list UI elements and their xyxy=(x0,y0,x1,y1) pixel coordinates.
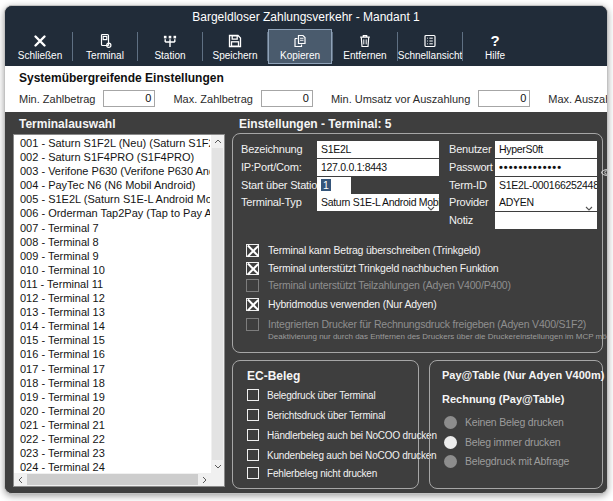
list-item[interactable]: 024 - Terminal 24 xyxy=(15,460,210,472)
provider-select[interactable]: ADYEN xyxy=(495,194,597,211)
ip-port-input[interactable]: 127.0.0.1:8443 xyxy=(317,159,439,176)
beleg-immer-label: Beleg immer drucken xyxy=(465,436,560,449)
list-item[interactable]: 006 - Orderman Tap2Pay (Tap to Pay Andro… xyxy=(15,206,210,220)
scroll-down-icon[interactable] xyxy=(211,460,224,473)
list-item[interactable]: 023 - Terminal 23 xyxy=(15,446,210,460)
main-area: Terminalauswahl 001 - Saturn S1F2L (Neu)… xyxy=(5,112,607,493)
quick-view-button[interactable]: Schnellansicht xyxy=(398,29,462,64)
list-item[interactable]: 020 - Terminal 20 xyxy=(15,404,210,418)
bezeichnung-input[interactable]: S1E2L xyxy=(317,141,439,158)
list-item[interactable]: 005 - S1E2L (Saturn S1E-L Android Mobil) xyxy=(15,192,210,206)
list-item[interactable]: 010 - Terminal 10 xyxy=(15,263,210,277)
copy-icon xyxy=(292,32,308,49)
berichtsdruck-terminal-label: Berichtsdruck über Terminal xyxy=(267,409,385,422)
list-item[interactable]: 022 - Terminal 22 xyxy=(15,432,210,446)
terminal-typ-select[interactable]: Saturn S1E-L Android Mobil xyxy=(317,194,439,211)
chevron-down-icon xyxy=(427,199,435,211)
terminal-settings-group: Bezeichnung S1E2L IP:Port/Com: 127.0.0.1… xyxy=(232,133,603,353)
fehlerbeleg-checkbox[interactable] xyxy=(247,467,259,479)
terminal-list: 001 - Saturn S1F2L (Neu) (Saturn S1F2 An… xyxy=(15,136,210,472)
min-zahlbetrag-label: Min. Zahlbetrag xyxy=(19,93,95,105)
remove-button[interactable]: Entfernen xyxy=(333,29,397,64)
toolbar-button-label: Schnellansicht xyxy=(398,50,462,61)
scroll-right-icon[interactable] xyxy=(198,473,211,486)
toolbar-button-label: Entfernen xyxy=(343,50,386,61)
list-item[interactable]: 019 - Terminal 19 xyxy=(15,390,210,404)
list-item[interactable]: 001 - Saturn S1F2L (Neu) (Saturn S1F2 An… xyxy=(15,136,210,150)
ec-beleg-group: EC-Beleg Belegdruck über Terminal Berich… xyxy=(232,360,419,489)
haendlerbeleg-nocoo-label: Händlerbeleg auch bei NoCOO drucken xyxy=(267,429,437,442)
kundenbeleg-nocoo-checkbox[interactable] xyxy=(247,449,259,461)
integrierter-drucker-checkbox xyxy=(246,318,259,331)
pay-at-table-group: Pay@Table (Nur Adyen V400m) Rechnung (Pa… xyxy=(429,360,603,489)
beleg-immer-radio xyxy=(444,436,457,449)
min-umsatz-input[interactable]: 0 xyxy=(478,90,530,107)
list-item[interactable]: 014 - Terminal 14 xyxy=(15,319,210,333)
list-item[interactable]: 013 - Terminal 13 xyxy=(15,305,210,319)
list-item[interactable]: 007 - Terminal 7 xyxy=(15,221,210,235)
term-id-input[interactable]: S1E2L-000166252448777 xyxy=(495,177,597,194)
list-item[interactable]: 016 - Terminal 16 xyxy=(15,347,210,361)
belegdruck-terminal-checkbox[interactable] xyxy=(247,389,259,401)
fehlerbeleg-label: Fehlerbeleg nicht drucken xyxy=(267,467,377,480)
settings-title: Einstellungen - Terminal: 5 xyxy=(239,117,391,131)
help-icon: ? xyxy=(490,32,499,49)
station-button[interactable]: Station xyxy=(138,29,202,64)
vertical-scroll-thumb[interactable] xyxy=(212,148,223,460)
terminal-button[interactable]: Terminal xyxy=(73,29,137,64)
start-station-input[interactable]: 1 xyxy=(317,177,351,194)
scroll-up-icon[interactable] xyxy=(211,135,224,148)
copy-button[interactable]: Kopieren xyxy=(268,29,332,64)
printer-note: Deaktivierung nur durch das Entfernen de… xyxy=(268,332,608,341)
passwort-input[interactable]: ••••••••••••• xyxy=(495,159,597,176)
trinkgeld-nachbuchen-checkbox[interactable] xyxy=(246,262,259,275)
vertical-scrollbar[interactable] xyxy=(211,135,224,473)
save-icon xyxy=(227,32,243,49)
list-item[interactable]: 021 - Terminal 21 xyxy=(15,418,210,432)
toolbar-button-label: Schließen xyxy=(18,50,62,61)
teilzahlungen-label: Terminal unterstützt Teilzahlungen (Adye… xyxy=(268,279,511,292)
rechnung-subtitle: Rechnung (Pay@Table) xyxy=(442,393,564,405)
quick-view-icon xyxy=(422,32,438,49)
horizontal-scrollbar[interactable] xyxy=(14,473,211,486)
selected-text: 1 xyxy=(321,179,331,191)
min-zahlbetrag-input[interactable]: 0 xyxy=(103,90,155,107)
list-item[interactable]: 002 - Saturn S1F4PRO (S1F4PRO) xyxy=(15,150,210,164)
title-bar: Bargeldloser Zahlungsverkehr - Mandant 1 xyxy=(5,6,607,28)
list-item[interactable]: 012 - Terminal 12 xyxy=(15,291,210,305)
close-button[interactable]: Schließen xyxy=(8,29,72,64)
toolbar-button-label: Terminal xyxy=(86,50,124,61)
berichtsdruck-terminal-checkbox[interactable] xyxy=(247,409,259,421)
eye-icon[interactable] xyxy=(600,163,608,181)
max-auszahlbetrag-field: Max. Auszahlbetrag 0 xyxy=(548,90,608,107)
list-item[interactable]: 011 - Terminal 11 xyxy=(15,277,210,291)
help-button[interactable]: ? Hilfe xyxy=(463,29,527,64)
notiz-input[interactable] xyxy=(495,212,597,229)
list-item[interactable]: 009 - Terminal 9 xyxy=(15,249,210,263)
horizontal-scroll-thumb[interactable] xyxy=(27,474,198,485)
toolbar-button-label: Hilfe xyxy=(485,50,505,61)
list-item[interactable]: 004 - PayTec N6 (N6 Mobil Android) xyxy=(15,178,210,192)
keinen-beleg-radio xyxy=(444,416,457,429)
belegdruck-terminal-label: Belegdruck über Terminal xyxy=(267,389,375,402)
scrollbar-corner xyxy=(211,473,224,486)
list-item[interactable]: 018 - Terminal 18 xyxy=(15,376,210,390)
max-zahlbetrag-input[interactable]: 0 xyxy=(261,90,313,107)
benutzer-input[interactable]: HyperS0ft xyxy=(495,141,597,158)
scroll-left-icon[interactable] xyxy=(14,473,27,486)
close-icon xyxy=(32,32,48,49)
hybridmodus-checkbox[interactable] xyxy=(246,298,259,311)
keinen-beleg-label: Keinen Beleg drucken xyxy=(465,416,564,429)
list-item[interactable]: 008 - Terminal 8 xyxy=(15,235,210,249)
haendlerbeleg-nocoo-checkbox[interactable] xyxy=(247,429,259,441)
bezeichnung-label: Bezeichnung xyxy=(241,141,302,158)
betrag-ueberschreiben-checkbox[interactable] xyxy=(246,244,259,257)
min-umsatz-label: Min. Umsatz vor Auszahlung xyxy=(331,93,470,105)
save-button[interactable]: Speichern xyxy=(203,29,267,64)
list-item[interactable]: 015 - Terminal 15 xyxy=(15,333,210,347)
ip-port-label: IP:Port/Com: xyxy=(241,159,302,176)
list-item[interactable]: 003 - Verifone P630 (Verifone P630 Andro… xyxy=(15,164,210,178)
window-title: Bargeldloser Zahlungsverkehr - Mandant 1 xyxy=(192,10,419,24)
list-item[interactable]: 017 - Terminal 17 xyxy=(15,362,210,376)
teilzahlungen-checkbox xyxy=(246,279,259,292)
